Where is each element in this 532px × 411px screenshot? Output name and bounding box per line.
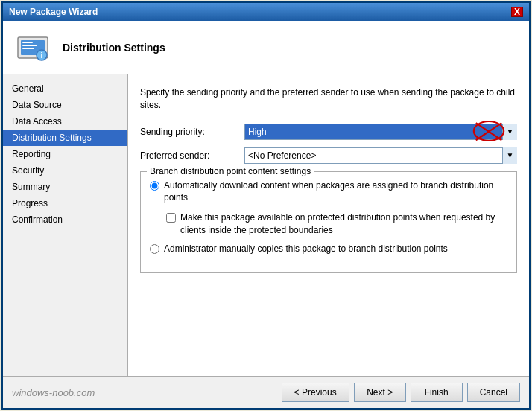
footer: windows-noob.com < Previous Next > Finis… [3, 376, 529, 408]
sending-priority-select[interactable]: High Medium Low [244, 124, 517, 140]
wizard-window: New Package Wizard X i Distribution Sett… [1, 1, 531, 410]
sidebar-item-general[interactable]: General [3, 80, 127, 97]
checkbox-protected-row: Make this package available on protected… [166, 211, 507, 237]
close-button[interactable]: X [511, 7, 523, 17]
finish-button[interactable]: Finish [411, 383, 463, 402]
title-bar: New Package Wizard X [3, 3, 529, 21]
sidebar-item-progress[interactable]: Progress [3, 195, 127, 211]
sidebar-item-data-source[interactable]: Data Source [3, 97, 127, 113]
preferred-sender-row: Preferred sender: <No Preference> ▼ [140, 147, 517, 164]
main-content: Specify the sending priority and the pre… [128, 74, 529, 376]
radio-auto-download-label: Automatically download content when pack… [164, 179, 507, 205]
sidebar-item-summary[interactable]: Summary [3, 179, 127, 195]
previous-button[interactable]: < Previous [282, 383, 349, 402]
sending-priority-row: Sending priority: High Medium Low ▼ [140, 124, 517, 140]
preferred-sender-select[interactable]: <No Preference> [244, 147, 517, 164]
svg-rect-3 [22, 45, 37, 46]
sidebar: General Data Source Data Access Distribu… [3, 74, 128, 376]
window-title: New Package Wizard [9, 7, 98, 17]
svg-rect-2 [22, 42, 33, 43]
header-title: Distribution Settings [63, 42, 165, 54]
sending-priority-label: Sending priority: [140, 127, 244, 137]
sidebar-item-distribution-settings[interactable]: Distribution Settings [3, 130, 127, 146]
checkbox-protected[interactable] [166, 213, 176, 223]
sidebar-item-data-access[interactable]: Data Access [3, 113, 127, 130]
next-button[interactable]: Next > [354, 383, 406, 402]
group-box-title: Branch distribution point content settin… [147, 166, 314, 176]
sidebar-item-reporting[interactable]: Reporting [3, 146, 127, 162]
checkbox-protected-label: Make this package available on protected… [180, 211, 507, 237]
sending-priority-select-wrapper: High Medium Low ▼ [244, 124, 517, 140]
svg-rect-4 [22, 48, 34, 49]
content-area: General Data Source Data Access Distribu… [3, 74, 529, 376]
preferred-sender-label: Preferred sender: [140, 150, 244, 161]
branch-distribution-group: Branch distribution point content settin… [140, 171, 517, 273]
wizard-header: i Distribution Settings [3, 21, 529, 74]
svg-text:i: i [41, 51, 43, 60]
title-bar-left: New Package Wizard [9, 7, 98, 17]
radio-auto-download-row: Automatically download content when pack… [150, 179, 507, 205]
radio-admin-copies-label: Administrator manually copies this packa… [164, 243, 448, 255]
description-text: Specify the sending priority and the pre… [140, 86, 517, 112]
sidebar-item-security[interactable]: Security [3, 162, 127, 179]
radio-admin-copies-row: Administrator manually copies this packa… [150, 243, 507, 255]
preferred-sender-select-wrapper: <No Preference> ▼ [244, 147, 517, 164]
radio-auto-download[interactable] [150, 181, 159, 191]
cancel-button[interactable]: Cancel [467, 383, 520, 402]
radio-admin-copies[interactable] [150, 244, 159, 254]
watermark: windows-noob.com [12, 387, 277, 398]
sidebar-item-confirmation[interactable]: Confirmation [3, 211, 127, 228]
wizard-icon: i [15, 30, 51, 66]
